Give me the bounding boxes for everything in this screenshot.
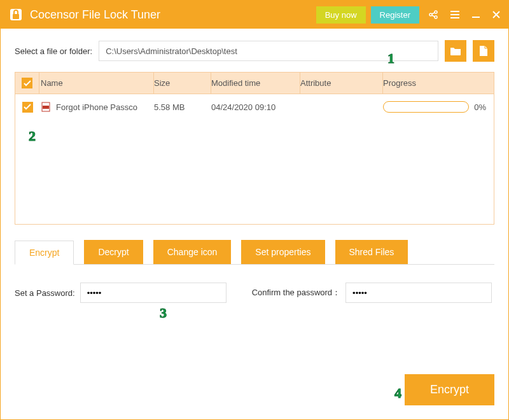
tab-shred-files[interactable]: Shred Files (335, 240, 408, 264)
annotation-badge-4: 4 (394, 385, 401, 402)
titlebar: Cocensor File Lock Tuner Buy now Registe… (1, 1, 508, 29)
annotation-badge-3: 3 (160, 305, 167, 321)
header-name: Name (39, 73, 154, 94)
menu-icon[interactable] (450, 10, 460, 19)
header-progress: Progress (383, 73, 494, 94)
header-attribute: Attribute (300, 73, 383, 94)
buy-now-button[interactable]: Buy now (316, 6, 366, 24)
progress-text: 0% (474, 102, 486, 112)
svg-point-3 (435, 11, 437, 13)
browse-folder-button[interactable] (445, 40, 466, 62)
file-table: Name Size Modified time Attribute Progre… (15, 72, 494, 225)
minimize-icon[interactable] (471, 10, 480, 19)
row-modified: 04/24/2020 09:10 (211, 102, 300, 112)
row-checkbox[interactable] (22, 102, 33, 113)
svg-line-6 (432, 15, 435, 17)
svg-rect-1 (13, 14, 19, 19)
file-path-input[interactable] (99, 41, 438, 61)
tab-bar: Encrypt Decrypt Change icon Set properti… (15, 240, 494, 264)
set-password-label: Set a Password: (15, 288, 75, 298)
header-size: Size (154, 73, 211, 94)
row-name: Forgot iPhone Passco (56, 102, 137, 112)
tab-change-icon[interactable]: Change icon (153, 240, 232, 264)
header-modified: Modified time (211, 73, 300, 94)
encrypt-button[interactable]: Encrypt (405, 374, 494, 405)
table-row[interactable]: Forgot iPhone Passco 5.58 MB 04/24/2020 … (15, 94, 494, 120)
select-all-checkbox[interactable] (22, 78, 32, 88)
tab-set-properties[interactable]: Set properties (241, 240, 324, 264)
encrypt-panel: Set a Password: Confirm the password： (15, 264, 494, 303)
row-size: 5.58 MB (154, 102, 211, 112)
file-select-row: Select a file or folder: (15, 40, 494, 62)
tab-encrypt[interactable]: Encrypt (15, 241, 74, 265)
confirm-password-label: Confirm the password： (252, 287, 340, 298)
app-logo-icon (8, 7, 24, 22)
progress-bar (383, 101, 469, 113)
tab-decrypt[interactable]: Decrypt (84, 240, 143, 264)
app-title: Cocensor File Lock Tuner (30, 8, 316, 22)
confirm-password-input[interactable] (345, 283, 492, 303)
folder-icon (450, 46, 461, 56)
table-header: Name Size Modified time Attribute Progre… (15, 73, 494, 94)
register-button[interactable]: Register (371, 6, 419, 24)
svg-rect-14 (43, 106, 49, 109)
share-icon[interactable] (428, 10, 438, 20)
svg-point-4 (435, 16, 437, 18)
file-select-label: Select a file or folder: (15, 46, 92, 56)
set-password-input[interactable] (80, 283, 227, 303)
close-icon[interactable] (492, 10, 501, 19)
browse-file-button[interactable] (473, 40, 494, 62)
svg-point-2 (429, 13, 432, 16)
file-icon (478, 45, 489, 57)
pdf-file-icon (41, 102, 51, 112)
svg-line-5 (432, 13, 435, 14)
